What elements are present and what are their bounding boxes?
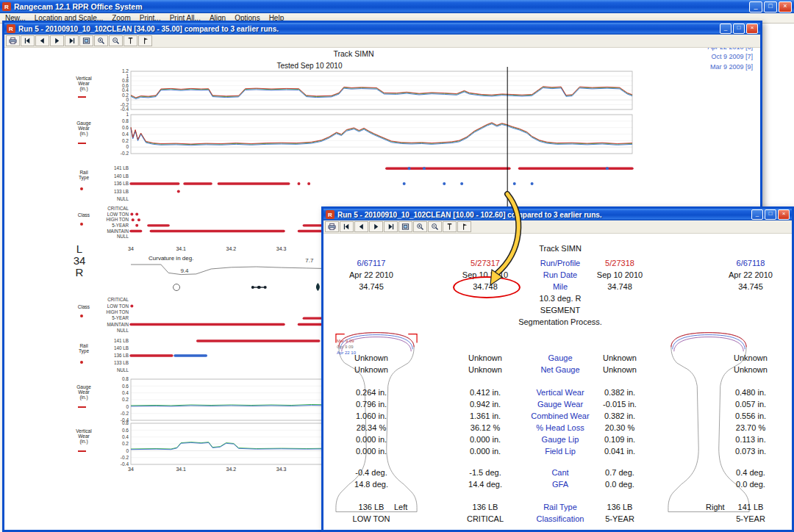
nav-last-button[interactable]: [65, 35, 79, 46]
run-date-right-inner: Sep 10 2010: [574, 270, 665, 280]
segmentation-label: Segmentation Process.: [503, 317, 618, 327]
value-right-inner: 5-YEAR: [574, 514, 665, 524]
svg-text:34: 34: [128, 467, 134, 472]
value-right-inner: 0.0 deg.: [574, 480, 665, 489]
category-dot: [423, 167, 426, 170]
nav-last-button[interactable]: [384, 221, 398, 232]
marker-pin-button[interactable]: [124, 35, 137, 46]
chart-subtitle: Tested Sep 10 2010: [133, 62, 486, 70]
app-icon: R: [2, 2, 11, 11]
profile-detail-window: R Run 5 - 20100910_10_102CLEAN [10.00 - …: [321, 206, 794, 532]
zoom-out-button[interactable]: [109, 35, 123, 46]
svg-text:1: 1: [126, 112, 129, 117]
category-dot: [130, 213, 133, 216]
value-left-outer: -0.4 deg.: [321, 468, 423, 478]
window2-icon: R: [326, 210, 335, 219]
value-right-inner: 0.382 in.: [574, 411, 665, 421]
svg-text:0.2: 0.2: [122, 138, 129, 143]
nav-prev-button[interactable]: [35, 35, 49, 46]
window1-minimize-button[interactable]: _: [720, 24, 732, 34]
window2-minimize-button[interactable]: _: [751, 209, 763, 220]
window2-maximize-button[interactable]: □: [765, 209, 776, 220]
maximize-button[interactable]: □: [764, 1, 777, 12]
value-left-outer: 0.264 in.: [321, 388, 423, 398]
value-left-outer: 0.000 in.: [321, 447, 423, 456]
category-dot: [513, 182, 516, 185]
red-series-dot: [80, 314, 83, 317]
svg-text:LOW TON: LOW TON: [107, 212, 129, 217]
svg-text:34.1: 34.1: [176, 467, 186, 472]
red-series-swatch: [78, 450, 86, 452]
svg-text:141 LB: 141 LB: [114, 338, 129, 343]
zoom-out-button[interactable]: [428, 221, 442, 232]
axis-label-vertical-wear-upper: Vertical Wear (in.): [68, 76, 100, 91]
category-dot: [531, 182, 534, 185]
svg-text:NULL: NULL: [117, 367, 129, 373]
nav-first-button[interactable]: [340, 221, 354, 232]
fit-view-button[interactable]: [398, 221, 412, 232]
svg-text:Curvature in deg.: Curvature in deg.: [149, 255, 193, 262]
svg-text:LOW TON: LOW TON: [107, 303, 129, 309]
print-button[interactable]: [325, 221, 339, 232]
svg-text:0.2: 0.2: [122, 397, 129, 402]
nav-next-button[interactable]: [50, 35, 64, 46]
svg-text:MAINTAIN: MAINTAIN: [107, 229, 129, 234]
mile-right-outer: 34.745: [702, 282, 794, 292]
run-date-left-outer: Apr 22 2010: [321, 270, 423, 280]
axis-label-class-lower: Class: [68, 304, 100, 309]
desktop: R Rangecam 12.1 RPR Office System _ □ × …: [0, 0, 794, 532]
nav-next-button[interactable]: [369, 221, 383, 232]
minimize-button[interactable]: _: [749, 1, 762, 12]
svg-text:34.1: 34.1: [176, 246, 186, 251]
main-title-bar[interactable]: R Rangecam 12.1 RPR Office System _ □ ×: [0, 0, 794, 13]
axis-label-gauge-wear-upper: Gauge Wear (in.): [68, 121, 100, 136]
nav-first-button[interactable]: [21, 35, 35, 46]
category-dot: [606, 167, 609, 170]
red-series-swatch: [78, 406, 86, 408]
svg-text:0: 0: [126, 404, 129, 409]
axis-label-vertical-wear-lower: Vertical Wear (in.): [68, 428, 100, 444]
fit-view-button[interactable]: [79, 35, 93, 46]
svg-text:34: 34: [128, 246, 134, 251]
legend-entry: Oct 9 2009 [7]: [706, 52, 753, 62]
red-series-dot: [80, 187, 83, 190]
category-dot: [403, 182, 406, 185]
flag-pin-button[interactable]: [138, 35, 152, 46]
print-button[interactable]: [6, 35, 20, 46]
value-left-outer: 1.060 in.: [321, 411, 423, 421]
svg-text:141 LB: 141 LB: [114, 165, 129, 170]
category-dot: [135, 224, 138, 227]
window1-title-bar[interactable]: R Run 5 - 20100910_10_102CLEAN [34.00 - …: [4, 23, 760, 35]
category-dot: [132, 218, 135, 221]
svg-text:-0.2: -0.2: [121, 151, 129, 156]
detail-track-title: Track SIMN: [505, 244, 615, 253]
right-rail-label: Right: [706, 503, 725, 511]
category-dot: [307, 182, 310, 185]
run-number-left-outer: 6/67117: [321, 259, 423, 268]
axis-label-gauge-wear-lower: Gauge Wear (in.): [68, 384, 100, 400]
red-series-dot: [80, 223, 83, 226]
run-number-right-inner: 5/27318: [574, 259, 665, 268]
svg-text:0.6: 0.6: [122, 125, 129, 130]
flag-pin-button[interactable]: [457, 221, 471, 232]
marker-pin-button[interactable]: [443, 221, 457, 232]
category-dot: [408, 167, 411, 170]
run-date-right-outer: Apr 22 2010: [702, 270, 794, 280]
window1-close-button[interactable]: ×: [746, 24, 758, 34]
close-button[interactable]: ×: [779, 1, 792, 12]
value-right-outer: 5-YEAR: [702, 514, 794, 524]
category-dot: [137, 218, 140, 221]
svg-text:7.7: 7.7: [305, 257, 314, 264]
zoom-in-button[interactable]: [94, 35, 108, 46]
svg-text:9.4: 9.4: [180, 267, 189, 274]
window2-title-bar[interactable]: R Run 5 - 20100910_10_102CLEAN [10.00 - …: [323, 209, 792, 220]
highlight-ellipse: [453, 276, 521, 298]
svg-text:34.2: 34.2: [226, 467, 237, 472]
window1-maximize-button[interactable]: □: [733, 24, 745, 34]
mile-left-outer: 34.745: [321, 282, 423, 292]
zoom-in-button[interactable]: [413, 221, 427, 232]
nav-prev-button[interactable]: [354, 221, 368, 232]
window2-close-button[interactable]: ×: [778, 209, 790, 220]
value-left-outer: 28.34 %: [321, 423, 423, 433]
svg-text:34.2: 34.2: [226, 246, 237, 251]
